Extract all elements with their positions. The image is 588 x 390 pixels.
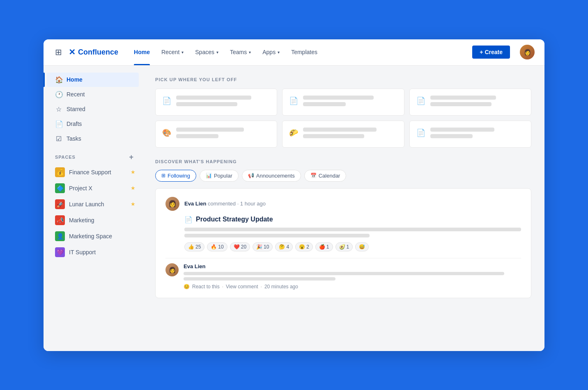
reactions-bar: 👍 25 🔥 10 ❤️ 20 🎉 10 xyxy=(184,242,521,251)
nav-templates[interactable]: Templates xyxy=(285,39,323,66)
space-item-marketing-space[interactable]: 👤 Marketing Space xyxy=(44,228,142,244)
emoji-icon-5: 🌮 xyxy=(289,128,298,137)
recent-card-5[interactable]: 🌮 xyxy=(282,121,404,148)
space-item-left: 🚀 Lunar Launch xyxy=(55,199,104,209)
card-content-5 xyxy=(303,128,397,141)
card-line xyxy=(303,134,364,138)
space-item-finance[interactable]: 💰 Finance Support ★ xyxy=(44,164,142,180)
card-line xyxy=(430,134,473,138)
space-item-itsupport[interactable]: 💜 IT Support xyxy=(44,244,142,260)
apple-count: 1 xyxy=(326,244,329,250)
fire-emoji: 🔥 xyxy=(211,244,217,250)
card-line xyxy=(430,102,492,106)
thumbsup-count: 25 xyxy=(195,244,201,250)
nav-apps[interactable]: Apps ▾ xyxy=(257,39,285,66)
recent-cards-grid: 📄 📄 📄 xyxy=(155,89,531,148)
nav-spaces[interactable]: Spaces ▾ xyxy=(189,39,224,66)
space-item-left: 📣 Marketing xyxy=(55,215,94,225)
tada-emoji: 🎉 xyxy=(256,244,262,250)
card-line xyxy=(430,96,496,100)
comment-section: 👩 Eva Lien 😊 React to this · View commen… xyxy=(165,263,521,290)
tab-announcements[interactable]: 📢 Announcements xyxy=(242,170,301,182)
drafts-icon: 📄 xyxy=(55,120,62,128)
recent-card-3[interactable]: 📄 xyxy=(409,89,531,116)
reaction-tada[interactable]: 🎉 10 xyxy=(253,242,273,251)
doc-icon-2: 📄 xyxy=(289,96,298,105)
sidebar-item-tasks[interactable]: ☑ Tasks xyxy=(47,132,139,146)
activity-user: Eva Lien xyxy=(184,201,206,207)
reaction-thumbsup[interactable]: 👍 25 xyxy=(184,242,204,251)
activity-post-title[interactable]: 📄 Product Strategy Update xyxy=(184,216,521,224)
doc-icon-1: 📄 xyxy=(162,96,171,105)
nav-home[interactable]: Home xyxy=(128,39,156,66)
activity-content-lines xyxy=(184,228,521,237)
reaction-fire[interactable]: 🔥 10 xyxy=(207,242,227,251)
space-item-left: 💰 Finance Support xyxy=(55,167,111,177)
sidebar: 🏠 Home 🕐 Recent ☆ Starred 📄 Drafts ☑ Tas… xyxy=(44,66,142,351)
thumbsup-emoji: 👍 xyxy=(188,244,194,250)
grid-icon[interactable]: ⊞ xyxy=(53,46,64,59)
surprised-emoji: 😮 xyxy=(299,244,305,250)
space-item-projectx[interactable]: 🔷 Project X ★ xyxy=(44,180,142,196)
comment-avatar: 👩 xyxy=(165,263,179,276)
content-line xyxy=(184,228,521,231)
doc-icon-3: 📄 xyxy=(416,96,425,105)
card-content-2 xyxy=(303,96,397,109)
card-content-6 xyxy=(430,128,524,141)
spaces-header: Spaces + xyxy=(44,146,142,164)
space-item-left: 🔷 Project X xyxy=(55,183,92,193)
reaction-sweat[interactable]: 😅 xyxy=(355,242,369,251)
confluence-logo[interactable]: ✕ Confluence xyxy=(69,47,118,57)
user-avatar[interactable]: 👩 xyxy=(520,45,535,59)
reaction-surprised[interactable]: 😮 2 xyxy=(295,242,313,251)
reaction-apple[interactable]: 🍎 1 xyxy=(315,242,333,251)
card-line xyxy=(430,128,494,132)
space-item-lunar[interactable]: 🚀 Lunar Launch ★ xyxy=(44,196,142,212)
react-link[interactable]: React to this xyxy=(192,284,220,290)
doc-icon-6: 📄 xyxy=(416,128,425,137)
nav-recent[interactable]: Recent ▾ xyxy=(156,39,189,66)
avocado-count: 1 xyxy=(347,244,349,250)
popular-icon: 📊 xyxy=(206,173,212,178)
finance-space-icon: 💰 xyxy=(55,167,65,177)
view-comment-link[interactable]: View comment xyxy=(226,284,258,290)
tada-count: 10 xyxy=(264,244,269,250)
space-item-left: 👤 Marketing Space xyxy=(55,231,112,241)
sidebar-item-recent[interactable]: 🕐 Recent xyxy=(47,87,139,102)
surprised-count: 2 xyxy=(306,244,309,250)
create-button[interactable]: + Create xyxy=(472,46,510,59)
recent-card-1[interactable]: 📄 xyxy=(155,89,277,116)
nav-teams[interactable]: Teams ▾ xyxy=(224,39,257,66)
sidebar-item-starred[interactable]: ☆ Starred xyxy=(47,102,139,116)
card-line xyxy=(303,102,345,106)
reaction-heart[interactable]: ❤️ 20 xyxy=(230,242,250,251)
sidebar-item-home[interactable]: 🏠 Home xyxy=(47,73,139,87)
space-item-marketing[interactable]: 📣 Marketing xyxy=(44,212,142,228)
tab-popular[interactable]: 📊 Popular xyxy=(200,170,239,182)
recent-card-6[interactable]: 📄 xyxy=(409,121,531,148)
sidebar-item-drafts[interactable]: 📄 Drafts xyxy=(47,117,139,131)
filter-tabs: ⊞ Following 📊 Popular 📢 Announcements 📅 … xyxy=(155,170,531,182)
discover-title: DISCOVER WHAT'S HAPPENING xyxy=(155,159,531,164)
comment-user: Eva Lien xyxy=(184,263,521,269)
thinking-count: 4 xyxy=(286,244,289,250)
comment-line xyxy=(184,272,504,275)
add-space-button[interactable]: + xyxy=(129,153,134,162)
logo-text: Confluence xyxy=(78,48,118,57)
recent-card-4[interactable]: 🎨 xyxy=(155,121,277,148)
card-line xyxy=(303,128,377,132)
star-icon: ☆ xyxy=(55,105,62,113)
lunar-space-icon: 🚀 xyxy=(55,199,65,209)
top-navigation: ⊞ ✕ Confluence Home Recent ▾ Spaces ▾ Te… xyxy=(44,39,544,66)
reaction-thinking[interactable]: 🤔 4 xyxy=(275,242,293,251)
tab-following[interactable]: ⊞ Following xyxy=(155,170,196,182)
avocado-emoji: 🥑 xyxy=(339,244,345,250)
app-window: ⊞ ✕ Confluence Home Recent ▾ Spaces ▾ Te… xyxy=(44,39,544,351)
teams-chevron: ▾ xyxy=(249,50,251,55)
itsupport-space-icon: 💜 xyxy=(55,247,65,257)
activity-time: 1 hour ago xyxy=(240,201,266,207)
recent-card-2[interactable]: 📄 xyxy=(282,89,404,116)
space-item-left: 💜 IT Support xyxy=(55,247,96,257)
reaction-avocado[interactable]: 🥑 1 xyxy=(335,242,353,251)
tab-calendar[interactable]: 📅 Calendar xyxy=(304,170,347,182)
